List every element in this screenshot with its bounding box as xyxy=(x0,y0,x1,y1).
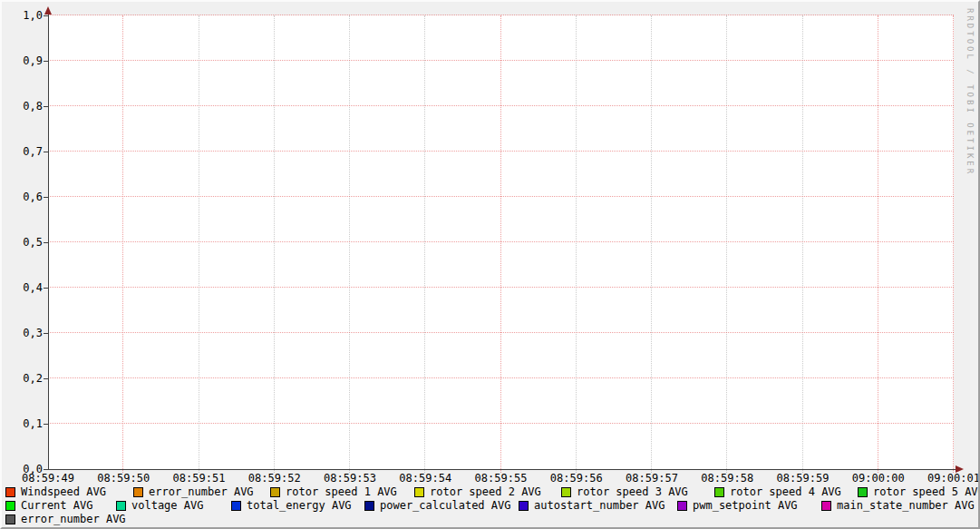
vertical-gridline xyxy=(199,15,199,473)
x-axis xyxy=(44,469,957,470)
legend-swatch xyxy=(858,487,868,497)
x-axis-arrow-icon xyxy=(956,465,964,473)
x-tick-label: 08:59:57 xyxy=(626,472,678,485)
rrdtool-graph: 08:59:4908:59:5008:59:5108:59:5208:59:53… xyxy=(0,0,980,529)
horizontal-gridline xyxy=(48,332,954,333)
vertical-gridline xyxy=(953,15,954,473)
horizontal-gridline xyxy=(48,15,954,15)
y-tick-label: 0,3 xyxy=(2,327,43,339)
y-tick-label: 0,8 xyxy=(2,100,43,113)
horizontal-gridline xyxy=(48,241,954,242)
horizontal-gridline xyxy=(48,287,954,288)
x-tick-label: 09:00:01 xyxy=(927,472,980,485)
horizontal-gridline xyxy=(48,377,954,378)
vertical-gridline xyxy=(726,15,727,473)
horizontal-gridline xyxy=(48,196,954,197)
vertical-gridline xyxy=(576,15,577,473)
horizontal-gridline xyxy=(48,60,954,61)
legend-label: Current AVG xyxy=(21,500,92,512)
legend-label: rotor speed 1 AVG xyxy=(286,486,397,498)
legend-label: rotor speed 3 AVG xyxy=(577,486,688,498)
legend-item: pwm_setpoint AVG xyxy=(677,500,798,512)
horizontal-gridline xyxy=(48,151,954,152)
horizontal-gridline xyxy=(48,105,954,106)
legend-swatch xyxy=(821,501,831,511)
y-axis xyxy=(48,10,49,470)
legend-item: error_number AVG xyxy=(5,514,126,525)
legend-swatch xyxy=(414,487,424,497)
vertical-gridline xyxy=(802,15,803,473)
x-tick-label: 08:59:51 xyxy=(173,472,226,485)
legend-label: power_calculated AVG xyxy=(380,500,511,512)
y-axis-arrow-icon xyxy=(44,6,52,15)
legend-item: Windspeed AVG xyxy=(5,486,106,498)
x-tick-label: 08:59:50 xyxy=(97,472,150,485)
legend-label: total_energy AVG xyxy=(247,500,352,512)
horizontal-gridline xyxy=(48,423,954,424)
y-tick-label: 1,0 xyxy=(2,9,43,22)
legend-swatch xyxy=(519,501,529,511)
y-tick-label: 0,7 xyxy=(2,145,43,158)
y-tick-label: 0,1 xyxy=(2,417,43,430)
y-tick-label: 0,6 xyxy=(2,191,43,203)
legend-swatch xyxy=(364,501,374,511)
y-tick-label: 0,0 xyxy=(2,463,43,475)
watermark: RRDTOOL / TOBI OETIKER xyxy=(965,8,975,176)
vertical-gridline xyxy=(878,15,878,473)
legend-swatch xyxy=(5,501,15,511)
legend-label: voltage AVG xyxy=(131,500,203,512)
legend-label: pwm_setpoint AVG xyxy=(693,500,798,512)
y-tick-label: 0,4 xyxy=(2,281,43,294)
y-tick-label: 0,9 xyxy=(2,54,43,67)
x-tick-label: 08:59:55 xyxy=(475,472,528,485)
legend-item: error_number AVG xyxy=(133,486,254,498)
legend-swatch xyxy=(677,501,687,511)
x-tick-label: 08:59:58 xyxy=(701,472,753,485)
legend-item: rotor speed 4 AVG xyxy=(714,486,841,498)
x-tick-label: 08:59:54 xyxy=(399,472,451,485)
legend-label: Windspeed AVG xyxy=(21,486,106,498)
legend-swatch xyxy=(116,501,126,511)
legend-swatch xyxy=(231,501,241,511)
plot-canvas xyxy=(48,15,954,469)
legend-swatch xyxy=(5,487,15,497)
x-tick-label: 08:59:59 xyxy=(777,472,830,485)
y-tick-label: 0,5 xyxy=(2,236,43,249)
vertical-gridline xyxy=(349,15,350,473)
legend-item: autostart_number AVG xyxy=(519,500,665,512)
vertical-gridline xyxy=(424,15,425,473)
legend-item: rotor speed 5 AVG xyxy=(858,486,980,498)
legend-swatch xyxy=(270,487,280,497)
legend-item: voltage AVG xyxy=(116,500,203,512)
legend-label: error_number AVG xyxy=(21,514,126,525)
legend-swatch xyxy=(714,487,724,497)
vertical-gridline xyxy=(274,15,275,473)
legend-item: rotor speed 1 AVG xyxy=(270,486,397,498)
vertical-gridline xyxy=(122,15,123,473)
x-tick-label: 08:59:52 xyxy=(248,472,301,485)
x-tick-label: 08:59:53 xyxy=(324,472,376,485)
legend-label: main_state_number AVG xyxy=(837,500,975,512)
legend-label: rotor speed 5 AVG xyxy=(873,486,980,498)
legend-item: rotor speed 3 AVG xyxy=(561,486,688,498)
legend-label: rotor speed 2 AVG xyxy=(430,486,541,498)
legend-swatch xyxy=(5,514,15,524)
vertical-gridline xyxy=(651,15,652,473)
legend-item: rotor speed 2 AVG xyxy=(414,486,541,498)
legend-label: error_number AVG xyxy=(149,486,254,498)
legend-swatch xyxy=(561,487,571,497)
legend-item: power_calculated AVG xyxy=(364,500,511,512)
legend-item: main_state_number AVG xyxy=(821,500,975,512)
legend-label: autostart_number AVG xyxy=(534,500,665,512)
y-tick-label: 0,2 xyxy=(2,372,43,385)
legend-item: Current AVG xyxy=(5,500,92,512)
vertical-gridline xyxy=(500,15,501,473)
legend-label: rotor speed 4 AVG xyxy=(730,486,841,498)
x-tick-label: 09:00:00 xyxy=(852,472,905,485)
legend-item: total_energy AVG xyxy=(231,500,352,512)
legend-swatch xyxy=(133,487,143,497)
x-tick-label: 08:59:56 xyxy=(550,472,603,485)
